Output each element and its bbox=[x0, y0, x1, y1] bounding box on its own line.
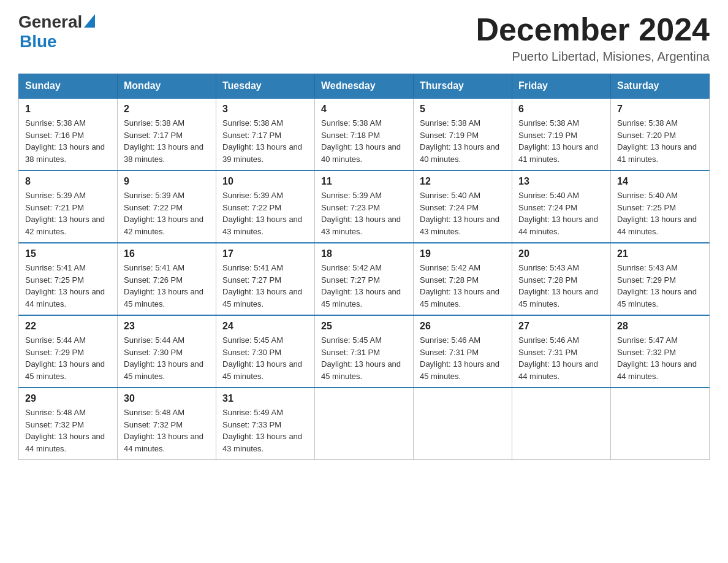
day-info: Sunrise: 5:48 AMSunset: 7:32 PMDaylight:… bbox=[124, 407, 210, 454]
logo-blue-text: Blue bbox=[20, 32, 57, 51]
page-subtitle: Puerto Libertad, Misiones, Argentina bbox=[476, 50, 710, 64]
calendar-cell: 8 Sunrise: 5:39 AMSunset: 7:21 PMDayligh… bbox=[19, 170, 118, 243]
day-number: 19 bbox=[420, 248, 506, 259]
day-info: Sunrise: 5:38 AMSunset: 7:20 PMDaylight:… bbox=[617, 117, 703, 165]
day-info: Sunrise: 5:38 AMSunset: 7:19 PMDaylight:… bbox=[420, 117, 506, 165]
day-number: 24 bbox=[222, 321, 308, 332]
day-info: Sunrise: 5:39 AMSunset: 7:22 PMDaylight:… bbox=[124, 190, 210, 237]
calendar-cell: 6 Sunrise: 5:38 AMSunset: 7:19 PMDayligh… bbox=[512, 98, 611, 170]
day-info: Sunrise: 5:38 AMSunset: 7:18 PMDaylight:… bbox=[321, 117, 407, 165]
calendar-cell: 19 Sunrise: 5:42 AMSunset: 7:28 PMDaylig… bbox=[414, 243, 512, 315]
day-number: 22 bbox=[25, 321, 111, 332]
day-info: Sunrise: 5:46 AMSunset: 7:31 PMDaylight:… bbox=[518, 334, 604, 382]
calendar-week-row: 29 Sunrise: 5:48 AMSunset: 7:32 PMDaylig… bbox=[19, 388, 710, 460]
calendar-week-row: 1 Sunrise: 5:38 AMSunset: 7:16 PMDayligh… bbox=[19, 98, 710, 170]
day-info: Sunrise: 5:38 AMSunset: 7:16 PMDaylight:… bbox=[25, 117, 111, 165]
day-info: Sunrise: 5:49 AMSunset: 7:33 PMDaylight:… bbox=[222, 407, 308, 454]
day-info: Sunrise: 5:42 AMSunset: 7:28 PMDaylight:… bbox=[420, 262, 506, 310]
calendar-cell: 31 Sunrise: 5:49 AMSunset: 7:33 PMDaylig… bbox=[216, 388, 315, 460]
day-number: 25 bbox=[321, 321, 407, 332]
svg-marker-0 bbox=[84, 14, 95, 28]
calendar-cell bbox=[414, 388, 512, 460]
day-info: Sunrise: 5:41 AMSunset: 7:27 PMDaylight:… bbox=[222, 262, 308, 310]
day-number: 8 bbox=[25, 176, 111, 187]
day-number: 27 bbox=[518, 321, 604, 332]
calendar-cell: 9 Sunrise: 5:39 AMSunset: 7:22 PMDayligh… bbox=[118, 170, 216, 243]
day-info: Sunrise: 5:40 AMSunset: 7:24 PMDaylight:… bbox=[518, 190, 604, 237]
day-number: 4 bbox=[321, 104, 407, 115]
day-info: Sunrise: 5:44 AMSunset: 7:29 PMDaylight:… bbox=[25, 334, 111, 382]
calendar-cell: 29 Sunrise: 5:48 AMSunset: 7:32 PMDaylig… bbox=[19, 388, 118, 460]
day-info: Sunrise: 5:47 AMSunset: 7:32 PMDaylight:… bbox=[617, 334, 703, 382]
calendar-cell bbox=[512, 388, 611, 460]
day-number: 20 bbox=[518, 248, 604, 259]
calendar-cell: 14 Sunrise: 5:40 AMSunset: 7:25 PMDaylig… bbox=[611, 170, 710, 243]
calendar-week-row: 22 Sunrise: 5:44 AMSunset: 7:29 PMDaylig… bbox=[19, 315, 710, 388]
calendar-week-row: 8 Sunrise: 5:39 AMSunset: 7:21 PMDayligh… bbox=[19, 170, 710, 243]
day-number: 21 bbox=[617, 248, 703, 259]
day-number: 15 bbox=[25, 248, 111, 259]
day-number: 1 bbox=[25, 104, 111, 115]
calendar-cell: 13 Sunrise: 5:40 AMSunset: 7:24 PMDaylig… bbox=[512, 170, 611, 243]
day-number: 18 bbox=[321, 248, 407, 259]
calendar-cell: 4 Sunrise: 5:38 AMSunset: 7:18 PMDayligh… bbox=[315, 98, 414, 170]
calendar-cell: 28 Sunrise: 5:47 AMSunset: 7:32 PMDaylig… bbox=[611, 315, 710, 388]
calendar-header-sunday: Sunday bbox=[19, 74, 118, 99]
day-number: 14 bbox=[617, 176, 703, 187]
day-number: 12 bbox=[420, 176, 506, 187]
calendar-header-row: SundayMondayTuesdayWednesdayThursdayFrid… bbox=[19, 74, 710, 99]
calendar-cell: 3 Sunrise: 5:38 AMSunset: 7:17 PMDayligh… bbox=[216, 98, 315, 170]
day-number: 13 bbox=[518, 176, 604, 187]
day-info: Sunrise: 5:41 AMSunset: 7:26 PMDaylight:… bbox=[124, 262, 210, 310]
page-title: December 2024 bbox=[476, 12, 710, 47]
calendar-cell: 5 Sunrise: 5:38 AMSunset: 7:19 PMDayligh… bbox=[414, 98, 512, 170]
day-info: Sunrise: 5:41 AMSunset: 7:25 PMDaylight:… bbox=[25, 262, 111, 310]
day-info: Sunrise: 5:46 AMSunset: 7:31 PMDaylight:… bbox=[420, 334, 506, 382]
calendar-cell: 1 Sunrise: 5:38 AMSunset: 7:16 PMDayligh… bbox=[19, 98, 118, 170]
calendar-table: SundayMondayTuesdayWednesdayThursdayFrid… bbox=[18, 74, 710, 460]
calendar-cell: 10 Sunrise: 5:39 AMSunset: 7:22 PMDaylig… bbox=[216, 170, 315, 243]
page-header: General Blue December 2024 Puerto Libert… bbox=[18, 12, 710, 64]
day-number: 31 bbox=[222, 393, 308, 404]
calendar-cell: 15 Sunrise: 5:41 AMSunset: 7:25 PMDaylig… bbox=[19, 243, 118, 315]
calendar-cell bbox=[611, 388, 710, 460]
logo-general-text: General bbox=[18, 12, 82, 32]
day-info: Sunrise: 5:40 AMSunset: 7:24 PMDaylight:… bbox=[420, 190, 506, 237]
day-number: 30 bbox=[124, 393, 210, 404]
calendar-header-wednesday: Wednesday bbox=[315, 74, 414, 99]
day-info: Sunrise: 5:39 AMSunset: 7:21 PMDaylight:… bbox=[25, 190, 111, 237]
day-number: 17 bbox=[222, 248, 308, 259]
day-number: 28 bbox=[617, 321, 703, 332]
calendar-week-row: 15 Sunrise: 5:41 AMSunset: 7:25 PMDaylig… bbox=[19, 243, 710, 315]
day-info: Sunrise: 5:45 AMSunset: 7:31 PMDaylight:… bbox=[321, 334, 407, 382]
calendar-cell: 20 Sunrise: 5:43 AMSunset: 7:28 PMDaylig… bbox=[512, 243, 611, 315]
calendar-cell: 11 Sunrise: 5:39 AMSunset: 7:23 PMDaylig… bbox=[315, 170, 414, 243]
day-info: Sunrise: 5:38 AMSunset: 7:19 PMDaylight:… bbox=[518, 117, 604, 165]
day-number: 23 bbox=[124, 321, 210, 332]
calendar-header-saturday: Saturday bbox=[611, 74, 710, 99]
calendar-cell: 7 Sunrise: 5:38 AMSunset: 7:20 PMDayligh… bbox=[611, 98, 710, 170]
calendar-header-monday: Monday bbox=[118, 74, 216, 99]
calendar-cell: 25 Sunrise: 5:45 AMSunset: 7:31 PMDaylig… bbox=[315, 315, 414, 388]
day-info: Sunrise: 5:45 AMSunset: 7:30 PMDaylight:… bbox=[222, 334, 308, 382]
day-info: Sunrise: 5:48 AMSunset: 7:32 PMDaylight:… bbox=[25, 407, 111, 454]
day-number: 3 bbox=[222, 104, 308, 115]
day-number: 26 bbox=[420, 321, 506, 332]
calendar-cell: 17 Sunrise: 5:41 AMSunset: 7:27 PMDaylig… bbox=[216, 243, 315, 315]
day-number: 6 bbox=[518, 104, 604, 115]
calendar-header-tuesday: Tuesday bbox=[216, 74, 315, 99]
calendar-cell: 24 Sunrise: 5:45 AMSunset: 7:30 PMDaylig… bbox=[216, 315, 315, 388]
day-info: Sunrise: 5:38 AMSunset: 7:17 PMDaylight:… bbox=[124, 117, 210, 165]
calendar-cell bbox=[315, 388, 414, 460]
calendar-cell: 22 Sunrise: 5:44 AMSunset: 7:29 PMDaylig… bbox=[19, 315, 118, 388]
calendar-cell: 16 Sunrise: 5:41 AMSunset: 7:26 PMDaylig… bbox=[118, 243, 216, 315]
calendar-header-thursday: Thursday bbox=[414, 74, 512, 99]
calendar-cell: 26 Sunrise: 5:46 AMSunset: 7:31 PMDaylig… bbox=[414, 315, 512, 388]
day-number: 5 bbox=[420, 104, 506, 115]
calendar-cell: 30 Sunrise: 5:48 AMSunset: 7:32 PMDaylig… bbox=[118, 388, 216, 460]
calendar-cell: 18 Sunrise: 5:42 AMSunset: 7:27 PMDaylig… bbox=[315, 243, 414, 315]
day-info: Sunrise: 5:43 AMSunset: 7:28 PMDaylight:… bbox=[518, 262, 604, 310]
day-number: 7 bbox=[617, 104, 703, 115]
calendar-cell: 27 Sunrise: 5:46 AMSunset: 7:31 PMDaylig… bbox=[512, 315, 611, 388]
day-info: Sunrise: 5:43 AMSunset: 7:29 PMDaylight:… bbox=[617, 262, 703, 310]
